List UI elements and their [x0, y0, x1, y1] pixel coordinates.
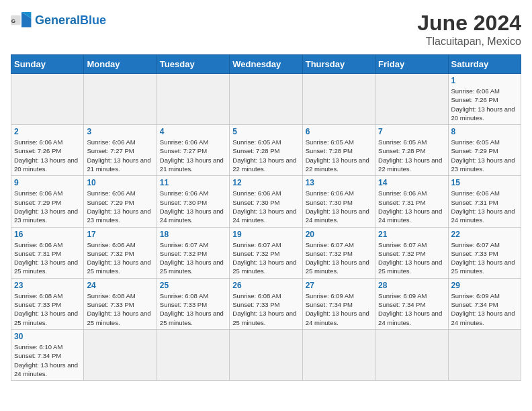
- calendar-cell: 6Sunrise: 6:05 AMSunset: 7:28 PMDaylight…: [302, 125, 375, 176]
- day-info: Sunrise: 6:06 AMSunset: 7:27 PMDaylight:…: [87, 138, 153, 173]
- logo-text: GeneralBlue: [35, 13, 106, 28]
- title-block: June 2024 Tlacuitapan, Mexico: [417, 11, 521, 48]
- calendar-cell: 24Sunrise: 6:08 AMSunset: 7:33 PMDayligh…: [84, 278, 157, 329]
- calendar-cell: 28Sunrise: 6:09 AMSunset: 7:34 PMDayligh…: [375, 278, 448, 329]
- page-header: G GeneralBlue June 2024 Tlacuitapan, Mex…: [11, 11, 521, 48]
- calendar-cell: [375, 329, 448, 380]
- week-row-6: 30Sunrise: 6:10 AMSunset: 7:34 PMDayligh…: [11, 329, 521, 380]
- calendar-cell: 8Sunrise: 6:05 AMSunset: 7:29 PMDaylight…: [448, 125, 521, 176]
- day-number: 25: [160, 281, 226, 290]
- day-number: 18: [160, 230, 226, 239]
- day-info: Sunrise: 6:08 AMSunset: 7:33 PMDaylight:…: [232, 291, 299, 327]
- calendar-cell: [157, 329, 229, 380]
- calendar-cell: 22Sunrise: 6:07 AMSunset: 7:33 PMDayligh…: [448, 227, 521, 278]
- weekday-header-sunday: Sunday: [11, 55, 84, 74]
- day-number: 10: [87, 178, 153, 187]
- calendar-cell: 26Sunrise: 6:08 AMSunset: 7:33 PMDayligh…: [230, 278, 302, 329]
- calendar-cell: [302, 74, 375, 125]
- calendar-cell: 17Sunrise: 6:06 AMSunset: 7:32 PMDayligh…: [84, 227, 157, 278]
- day-number: 8: [451, 127, 518, 136]
- day-info: Sunrise: 6:07 AMSunset: 7:32 PMDaylight:…: [232, 240, 299, 276]
- day-number: 9: [14, 178, 81, 187]
- day-number: 5: [232, 127, 299, 136]
- calendar-cell: 12Sunrise: 6:06 AMSunset: 7:30 PMDayligh…: [230, 176, 302, 227]
- week-row-1: 1Sunrise: 6:06 AMSunset: 7:26 PMDaylight…: [11, 74, 521, 125]
- generalblue-logo-icon: G: [11, 11, 32, 30]
- weekday-header-wednesday: Wednesday: [230, 55, 302, 74]
- day-number: 19: [232, 230, 299, 239]
- day-info: Sunrise: 6:09 AMSunset: 7:34 PMDaylight:…: [306, 291, 372, 327]
- calendar-cell: 14Sunrise: 6:06 AMSunset: 7:31 PMDayligh…: [375, 176, 448, 227]
- week-row-2: 2Sunrise: 6:06 AMSunset: 7:26 PMDaylight…: [11, 125, 521, 176]
- day-info: Sunrise: 6:05 AMSunset: 7:28 PMDaylight:…: [306, 138, 372, 173]
- location-subtitle: Tlacuitapan, Mexico: [417, 36, 521, 48]
- day-number: 27: [306, 281, 372, 290]
- logo: G GeneralBlue: [11, 11, 106, 30]
- day-info: Sunrise: 6:06 AMSunset: 7:27 PMDaylight:…: [160, 138, 226, 173]
- calendar-cell: 9Sunrise: 6:06 AMSunset: 7:29 PMDaylight…: [11, 176, 84, 227]
- calendar-cell: 3Sunrise: 6:06 AMSunset: 7:27 PMDaylight…: [84, 125, 157, 176]
- day-number: 21: [378, 230, 445, 239]
- calendar-cell: 25Sunrise: 6:08 AMSunset: 7:33 PMDayligh…: [157, 278, 229, 329]
- calendar-cell: [375, 74, 448, 125]
- day-number: 11: [160, 178, 226, 187]
- day-info: Sunrise: 6:07 AMSunset: 7:32 PMDaylight:…: [378, 240, 445, 276]
- weekday-header-saturday: Saturday: [448, 55, 521, 74]
- calendar-table: SundayMondayTuesdayWednesdayThursdayFrid…: [11, 54, 521, 381]
- day-info: Sunrise: 6:10 AMSunset: 7:34 PMDaylight:…: [14, 342, 81, 378]
- day-number: 3: [87, 127, 153, 136]
- day-info: Sunrise: 6:06 AMSunset: 7:29 PMDaylight:…: [14, 189, 81, 224]
- calendar-cell: [11, 74, 84, 125]
- calendar-cell: 27Sunrise: 6:09 AMSunset: 7:34 PMDayligh…: [302, 278, 375, 329]
- day-number: 13: [306, 178, 372, 187]
- calendar-body: 1Sunrise: 6:06 AMSunset: 7:26 PMDaylight…: [11, 74, 521, 381]
- day-info: Sunrise: 6:08 AMSunset: 7:33 PMDaylight:…: [14, 291, 81, 327]
- logo-general: General: [35, 13, 80, 27]
- calendar-cell: 23Sunrise: 6:08 AMSunset: 7:33 PMDayligh…: [11, 278, 84, 329]
- day-info: Sunrise: 6:06 AMSunset: 7:32 PMDaylight:…: [87, 240, 153, 276]
- day-info: Sunrise: 6:06 AMSunset: 7:30 PMDaylight:…: [306, 189, 372, 224]
- day-info: Sunrise: 6:06 AMSunset: 7:31 PMDaylight:…: [378, 189, 445, 224]
- calendar-cell: [448, 329, 521, 380]
- calendar-cell: 11Sunrise: 6:06 AMSunset: 7:30 PMDayligh…: [157, 176, 229, 227]
- day-info: Sunrise: 6:06 AMSunset: 7:26 PMDaylight:…: [14, 138, 81, 173]
- calendar-cell: [84, 329, 157, 380]
- calendar-cell: [230, 74, 302, 125]
- day-info: Sunrise: 6:09 AMSunset: 7:34 PMDaylight:…: [378, 291, 445, 327]
- day-info: Sunrise: 6:06 AMSunset: 7:31 PMDaylight:…: [451, 189, 518, 224]
- day-number: 4: [160, 127, 226, 136]
- calendar-cell: [157, 74, 229, 125]
- day-number: 20: [306, 230, 372, 239]
- calendar-cell: 30Sunrise: 6:10 AMSunset: 7:34 PMDayligh…: [11, 329, 84, 380]
- calendar-cell: 10Sunrise: 6:06 AMSunset: 7:29 PMDayligh…: [84, 176, 157, 227]
- day-number: 23: [14, 281, 81, 290]
- day-number: 22: [451, 230, 518, 239]
- calendar-cell: 1Sunrise: 6:06 AMSunset: 7:26 PMDaylight…: [448, 74, 521, 125]
- day-info: Sunrise: 6:05 AMSunset: 7:28 PMDaylight:…: [378, 138, 445, 173]
- day-info: Sunrise: 6:08 AMSunset: 7:33 PMDaylight:…: [87, 291, 153, 327]
- day-info: Sunrise: 6:07 AMSunset: 7:32 PMDaylight:…: [160, 240, 226, 276]
- week-row-4: 16Sunrise: 6:06 AMSunset: 7:31 PMDayligh…: [11, 227, 521, 278]
- calendar-cell: 16Sunrise: 6:06 AMSunset: 7:31 PMDayligh…: [11, 227, 84, 278]
- day-info: Sunrise: 6:05 AMSunset: 7:29 PMDaylight:…: [451, 138, 518, 173]
- day-info: Sunrise: 6:09 AMSunset: 7:34 PMDaylight:…: [451, 291, 518, 327]
- weekday-header-friday: Friday: [375, 55, 448, 74]
- day-info: Sunrise: 6:06 AMSunset: 7:26 PMDaylight:…: [451, 87, 518, 122]
- day-number: 7: [378, 127, 445, 136]
- day-info: Sunrise: 6:06 AMSunset: 7:30 PMDaylight:…: [160, 189, 226, 224]
- calendar-cell: 18Sunrise: 6:07 AMSunset: 7:32 PMDayligh…: [157, 227, 229, 278]
- day-number: 29: [451, 281, 518, 290]
- calendar-cell: 19Sunrise: 6:07 AMSunset: 7:32 PMDayligh…: [230, 227, 302, 278]
- calendar-cell: 29Sunrise: 6:09 AMSunset: 7:34 PMDayligh…: [448, 278, 521, 329]
- month-year-title: June 2024: [417, 11, 521, 36]
- day-info: Sunrise: 6:05 AMSunset: 7:28 PMDaylight:…: [232, 138, 299, 173]
- weekday-header-monday: Monday: [84, 55, 157, 74]
- day-info: Sunrise: 6:07 AMSunset: 7:33 PMDaylight:…: [451, 240, 518, 276]
- day-number: 15: [451, 178, 518, 187]
- day-number: 30: [14, 332, 81, 341]
- day-info: Sunrise: 6:07 AMSunset: 7:32 PMDaylight:…: [306, 240, 372, 276]
- day-number: 28: [378, 281, 445, 290]
- day-number: 14: [378, 178, 445, 187]
- day-info: Sunrise: 6:06 AMSunset: 7:29 PMDaylight:…: [87, 189, 153, 224]
- svg-text:G: G: [11, 18, 15, 24]
